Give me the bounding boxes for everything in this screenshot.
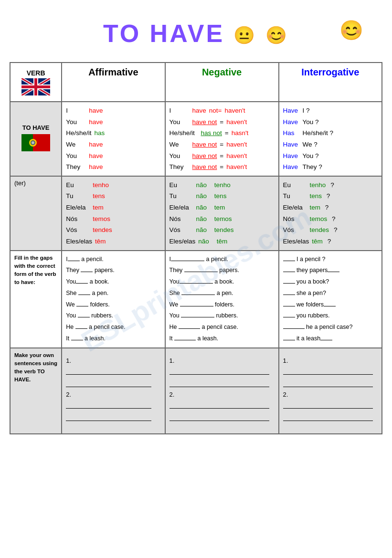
pt-int-5: Vóstendes ? [283, 224, 378, 236]
make-aff-line2b[interactable] [66, 412, 151, 421]
eng-neg-3: He/she/it has not = hasn't [170, 127, 275, 139]
fill-int-7: he a pencil case? [283, 322, 378, 333]
eng-neg-5: You have not = haven't [170, 150, 275, 162]
emoji-top-right: 😊 [339, 19, 363, 42]
pt-int-3: Ele/elatem ? [283, 202, 378, 213]
pt-int-4: Nóstemos ? [283, 213, 378, 225]
pt-flag [21, 134, 50, 151]
fill-neg-3: You a book. [170, 276, 275, 288]
pt-neg-5: Vósnão tendes [170, 224, 275, 236]
pt-aff-2: Tutens [66, 190, 160, 202]
eng-int-1: HaveI ? [283, 105, 378, 116]
make-affirmative: 1. 2. [62, 348, 165, 434]
fill-aff-3: You a book. [66, 276, 160, 288]
eng-int-4: HaveWe ? [283, 139, 378, 150]
fill-aff-6: You rubbers. [66, 310, 160, 322]
verb-header-label: VERB [27, 69, 45, 77]
fill-int-5: we folders [283, 299, 378, 311]
fill-int-6: you rubbers. [283, 310, 378, 322]
pt-int-2: Tutens ? [283, 190, 378, 202]
fill-instruction-cell: Fill in the gaps with the correct form o… [10, 251, 62, 348]
make-sentences-row: Make your own sentences using the verb T… [10, 348, 382, 434]
fill-negative: I a pencil. They papers. You a book. She… [165, 251, 279, 348]
fill-instruction: Fill in the gaps with the correct form o… [14, 254, 57, 287]
fill-aff-4: She a pen. [66, 288, 160, 299]
fill-int-2: they papers [283, 265, 378, 276]
fill-aff-7: He a pencil case. [66, 322, 160, 333]
english-interrogative: HaveI ? HaveYou ? HasHe/she/it ? HaveWe … [279, 102, 382, 176]
make-neg-line2b[interactable] [170, 412, 269, 421]
make-instruction: Make your own sentences using the verb T… [14, 351, 57, 384]
page-title: TO HAVE 😐 😊 [103, 19, 289, 48]
title-area: TO HAVE 😐 😊 😊 [10, 10, 382, 53]
fill-neg-4: She a pen. [170, 288, 275, 299]
portuguese-row: (ter) Eutenho Tutens Ele/elatem Nóstemos… [10, 176, 382, 251]
make-aff-line1b[interactable] [66, 379, 151, 387]
fill-aff-8: It a leash. [66, 333, 160, 345]
make-neg-line1b[interactable] [170, 379, 269, 387]
english-negative: I have not= haven't You have not = haven… [165, 102, 279, 176]
fill-neg-8: It a leash. [170, 333, 275, 345]
svg-point-5 [32, 141, 34, 144]
fill-neg-2: They papers. [170, 265, 275, 276]
eng-neg-4: We have not = haven't [170, 139, 275, 150]
portuguese-interrogative: Eutenho ? Tutens ? Ele/elatem ? Nóstemos… [279, 176, 382, 251]
make-instruction-cell: Make your own sentences using the verb T… [10, 348, 62, 434]
fill-aff-2: They papers. [66, 265, 160, 276]
fill-int-3: you a book? [283, 276, 378, 288]
eng-aff-1: Ihave [66, 105, 160, 116]
eng-int-3: HasHe/she/it ? [283, 127, 378, 139]
make-neg-num2: 2. [170, 391, 275, 398]
make-neg-line1a[interactable] [170, 366, 269, 375]
pt-int-6: Eles/elastêm ? [283, 236, 378, 247]
english-affirmative: Ihave Youhave He/she/ithas Wehave Youhav… [62, 102, 165, 176]
to-have-label: TO HAVE [14, 124, 57, 131]
eng-int-5: HaveYou ? [283, 150, 378, 162]
pt-neg-3: Ele/elanão tem [170, 202, 275, 213]
make-int-num2: 2. [283, 391, 378, 398]
header-negative: Negative [165, 63, 279, 102]
main-table: VERB Affirmative Negative Interrogative … [10, 62, 382, 434]
fill-neg-1: I a pencil. [170, 254, 275, 265]
fill-interrogative: I a pencil ? they papers you a book? she… [279, 251, 382, 348]
interrogative-header-label: Interrogative [301, 67, 359, 77]
emoji-2: 😊 [265, 25, 289, 45]
make-int-line2b[interactable] [283, 412, 373, 421]
make-aff-line2a[interactable] [66, 400, 151, 409]
pt-neg-6: Eles/elasnão têm [170, 236, 275, 247]
eng-neg-1: I have not= haven't [170, 105, 275, 116]
fill-neg-5: We folders. [170, 299, 275, 311]
make-neg-num1: 1. [170, 357, 275, 364]
make-int-line1b[interactable] [283, 379, 373, 387]
pt-neg-4: Nósnão temos [170, 213, 275, 225]
fill-gaps-row: Fill in the gaps with the correct form o… [10, 251, 382, 348]
pt-int-1: Eutenho ? [283, 179, 378, 191]
fill-affirmative: I a pencil. They papers. You a book. She… [62, 251, 165, 348]
make-int-line2a[interactable] [283, 400, 373, 409]
negative-header-label: Negative [202, 67, 242, 77]
pt-aff-1: Eutenho [66, 179, 160, 191]
eng-neg-6: They have not = haven't [170, 161, 275, 173]
pt-aff-3: Ele/elatem [66, 202, 160, 213]
portuguese-negative: Eunão tenho Tunão tens Ele/elanão tem Nó… [165, 176, 279, 251]
fill-int-1: I a pencil ? [283, 254, 378, 265]
emoji-1: 😐 [233, 25, 257, 45]
fill-aff-1: I a pencil. [66, 254, 160, 265]
make-aff-line1a[interactable] [66, 366, 151, 375]
header-affirmative: Affirmative [62, 63, 165, 102]
make-int-line1a[interactable] [283, 366, 373, 375]
fill-aff-5: We folders. [66, 299, 160, 311]
portuguese-ter-label: (ter) [14, 179, 26, 187]
english-row: TO HAVE Ihave Youhave He/she/ithas Wehav… [10, 102, 382, 176]
eng-int-6: HaveThey ? [283, 161, 378, 173]
eng-aff-6: Theyhave [66, 161, 160, 173]
eng-aff-3: He/she/ithas [66, 127, 160, 139]
make-interrogative: 1. 2. [279, 348, 382, 434]
make-neg-line2a[interactable] [170, 400, 269, 409]
pt-aff-6: Eles/elastêm [66, 236, 160, 247]
fill-int-4: she a pen? [283, 288, 378, 299]
pt-neg-2: Tunão tens [170, 190, 275, 202]
eng-neg-2: You have not = haven't [170, 116, 275, 128]
pt-neg-1: Eunão tenho [170, 179, 275, 191]
fill-neg-7: He a pencil case. [170, 322, 275, 333]
